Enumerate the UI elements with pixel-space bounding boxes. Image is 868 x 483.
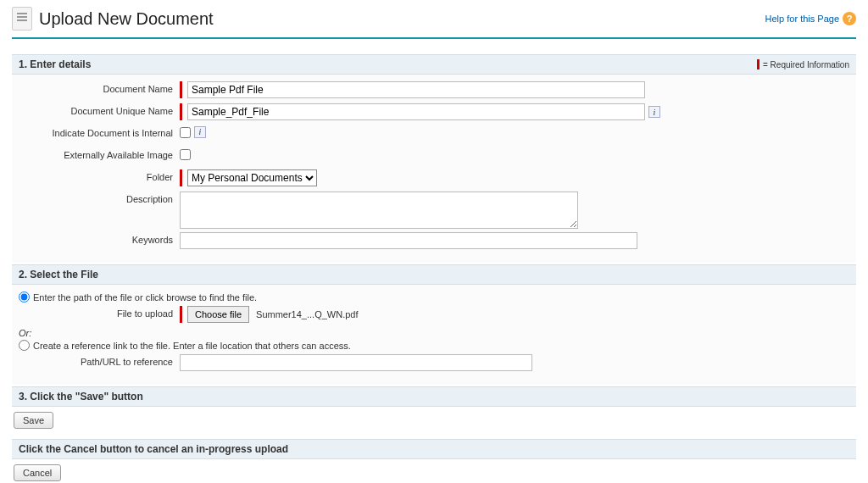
radio-row-upload: Enter the path of the file or click brow… bbox=[19, 291, 849, 303]
label-external-image: Externally Available Image bbox=[19, 147, 180, 160]
section-2-title: 2. Select the File bbox=[19, 269, 98, 280]
section-1-title: 1. Enter details bbox=[19, 58, 91, 70]
input-unique-name[interactable] bbox=[187, 103, 645, 120]
section-enter-details: 1. Enter details = Required Information … bbox=[12, 54, 856, 263]
row-unique-name: Document Unique Name i bbox=[19, 103, 849, 122]
save-button[interactable]: Save bbox=[14, 412, 53, 429]
textarea-description[interactable] bbox=[180, 192, 578, 229]
required-mark-icon bbox=[757, 59, 760, 69]
label-internal: Indicate Document is Internal bbox=[19, 125, 180, 138]
checkbox-internal[interactable] bbox=[180, 127, 191, 138]
row-file-upload: File to upload Choose file Summer14_...Q… bbox=[19, 306, 849, 325]
required-legend: = Required Information bbox=[757, 59, 849, 69]
info-icon[interactable]: i bbox=[194, 126, 206, 138]
help-link[interactable]: Help for this Page ? bbox=[765, 12, 856, 25]
label-file-upload: File to upload bbox=[19, 306, 180, 319]
section-select-file: 2. Select the File Enter the path of the… bbox=[12, 264, 856, 385]
chosen-file-name: Summer14_...Q_WN.pdf bbox=[256, 309, 358, 319]
radio-upload-file[interactable] bbox=[19, 291, 30, 303]
input-path-url[interactable] bbox=[180, 354, 532, 371]
required-legend-text: = Required Information bbox=[763, 60, 849, 69]
radio-reference-label: Create a reference link to the file. Ent… bbox=[33, 341, 351, 351]
or-text: Or: bbox=[19, 328, 849, 338]
checkbox-external-image[interactable] bbox=[180, 149, 191, 160]
section-2-header: 2. Select the File bbox=[12, 264, 856, 285]
label-document-name: Document Name bbox=[19, 81, 180, 94]
help-link-text: Help for this Page bbox=[765, 14, 839, 24]
label-unique-name: Document Unique Name bbox=[19, 103, 180, 116]
radio-row-reference: Create a reference link to the file. Ent… bbox=[19, 340, 849, 351]
row-path-url: Path/URL to reference bbox=[19, 354, 849, 373]
required-indicator bbox=[180, 169, 182, 186]
section-1-body: Document Name Document Unique Name i Ind… bbox=[12, 75, 856, 263]
header-left: Upload New Document bbox=[12, 7, 214, 31]
section-4-body: Cancel bbox=[12, 459, 856, 483]
section-3-body: Save bbox=[12, 407, 856, 437]
label-path-url: Path/URL to reference bbox=[19, 354, 180, 367]
cancel-button[interactable]: Cancel bbox=[14, 464, 61, 481]
row-document-name: Document Name bbox=[19, 81, 849, 100]
help-icon: ? bbox=[843, 12, 856, 25]
info-icon[interactable]: i bbox=[648, 106, 660, 118]
required-indicator bbox=[180, 306, 182, 323]
label-keywords: Keywords bbox=[19, 232, 180, 245]
section-1-header: 1. Enter details = Required Information bbox=[12, 54, 856, 75]
section-2-body: Enter the path of the file or click brow… bbox=[12, 285, 856, 385]
select-folder[interactable]: My Personal Documents bbox=[187, 169, 317, 186]
label-description: Description bbox=[19, 192, 180, 204]
input-document-name[interactable] bbox=[187, 81, 645, 98]
label-folder: Folder bbox=[19, 169, 180, 182]
document-icon bbox=[12, 7, 32, 31]
choose-file-button[interactable]: Choose file bbox=[187, 306, 249, 323]
section-cancel: Click the Cancel button to cancel an in-… bbox=[12, 439, 856, 483]
header-divider bbox=[12, 37, 856, 39]
row-keywords: Keywords bbox=[19, 232, 849, 251]
section-3-header: 3. Click the "Save" button bbox=[12, 386, 856, 407]
radio-reference-link[interactable] bbox=[19, 340, 30, 351]
radio-upload-label: Enter the path of the file or click brow… bbox=[33, 292, 257, 303]
required-indicator bbox=[180, 103, 182, 120]
row-external-image: Externally Available Image bbox=[19, 147, 849, 166]
section-4-title: Click the Cancel button to cancel an in-… bbox=[19, 443, 288, 455]
section-save: 3. Click the "Save" button Save bbox=[12, 386, 856, 437]
page-header: Upload New Document Help for this Page ? bbox=[12, 7, 856, 31]
page-title: Upload New Document bbox=[39, 9, 214, 29]
row-internal: Indicate Document is Internal i bbox=[19, 125, 849, 144]
required-indicator bbox=[180, 81, 182, 98]
row-description: Description bbox=[19, 192, 849, 229]
input-keywords[interactable] bbox=[180, 232, 637, 249]
section-4-header: Click the Cancel button to cancel an in-… bbox=[12, 439, 856, 459]
section-3-title: 3. Click the "Save" button bbox=[19, 391, 143, 402]
row-folder: Folder My Personal Documents bbox=[19, 169, 849, 188]
